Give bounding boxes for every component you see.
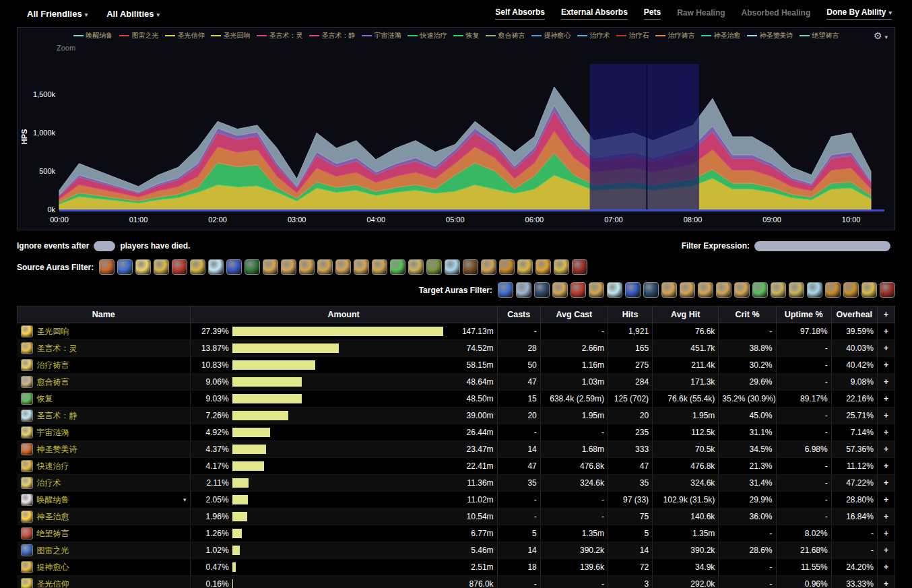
expand-row-button[interactable]: +	[877, 407, 894, 424]
legend-item[interactable]: 治疗术	[577, 31, 610, 40]
aura-filter-icon[interactable]	[172, 259, 187, 275]
aura-filter-icon[interactable]	[281, 259, 296, 275]
aura-filter-icon[interactable]	[571, 282, 586, 298]
expand-row-button[interactable]: +	[877, 323, 894, 340]
column-header-crit[interactable]: Crit %	[719, 306, 776, 323]
aura-filter-icon[interactable]	[135, 259, 151, 275]
aura-filter-icon[interactable]	[317, 259, 333, 275]
aura-filter-icon[interactable]	[498, 282, 513, 298]
legend-item[interactable]: 神圣赞美诗	[747, 31, 793, 40]
name-cell[interactable]: 治疗术	[18, 475, 191, 492]
aura-filter-icon[interactable]	[463, 259, 478, 275]
aura-filter-icon[interactable]	[880, 282, 895, 298]
legend-item[interactable]: 绝望祷言	[800, 31, 839, 40]
aura-filter-icon[interactable]	[534, 282, 550, 298]
aura-filter-icon[interactable]	[408, 259, 424, 275]
tab-external-absorbs[interactable]: External Absorbs	[561, 7, 628, 20]
aura-filter-icon[interactable]	[843, 282, 859, 298]
legend-item[interactable]: 圣光回响	[211, 31, 251, 40]
legend-item[interactable]: 唤醒纳鲁	[73, 31, 113, 40]
aura-filter-icon[interactable]	[680, 282, 695, 298]
name-cell[interactable]: 绝望祷言	[18, 525, 191, 542]
expand-row-button[interactable]: +	[877, 559, 894, 576]
aura-filter-icon[interactable]	[698, 282, 713, 298]
aura-filter-icon[interactable]	[390, 259, 405, 275]
name-cell[interactable]: 圣言术：灵	[18, 340, 191, 357]
name-cell[interactable]: 恢复	[18, 391, 191, 407]
aura-filter-icon[interactable]	[335, 259, 351, 275]
aura-filter-icon[interactable]	[226, 259, 242, 275]
name-cell[interactable]: 愈合祷言	[18, 374, 191, 391]
aura-filter-icon[interactable]	[299, 259, 315, 275]
aura-filter-icon[interactable]	[734, 282, 750, 298]
legend-item[interactable]: 圣言术：灵	[257, 31, 303, 40]
tab-pets[interactable]: Pets	[644, 7, 661, 20]
aura-filter-icon[interactable]	[372, 259, 387, 275]
expand-row-button[interactable]: +	[877, 542, 894, 559]
tab-absorbed-healing[interactable]: Absorbed Healing	[742, 8, 811, 20]
name-cell[interactable]: 神圣治愈	[18, 509, 191, 525]
aura-filter-icon[interactable]	[825, 282, 841, 298]
aura-filter-icon[interactable]	[99, 259, 115, 275]
aura-filter-icon[interactable]	[516, 282, 531, 298]
legend-item[interactable]: 圣言术：静	[309, 31, 356, 40]
expand-row-button[interactable]: +	[877, 576, 894, 588]
expand-row-button[interactable]: +	[877, 340, 894, 357]
column-header-casts[interactable]: Casts	[497, 306, 540, 323]
column-header-[interactable]: +	[877, 306, 894, 323]
aura-filter-icon[interactable]	[807, 282, 822, 298]
column-header-name[interactable]: Name	[18, 306, 191, 323]
column-header-hits[interactable]: Hits	[608, 306, 652, 323]
expand-row-button[interactable]: +	[877, 458, 894, 475]
name-cell[interactable]: 圣光信仰	[18, 576, 191, 588]
legend-item[interactable]: 图雷之光	[119, 31, 159, 40]
expand-row-button[interactable]: +	[877, 357, 894, 374]
column-header-avg-hit[interactable]: Avg Hit	[653, 306, 719, 323]
legend-item[interactable]: 圣光信仰	[165, 31, 205, 40]
expand-row-button[interactable]: +	[877, 441, 894, 458]
aura-filter-icon[interactable]	[861, 282, 877, 298]
aura-filter-icon[interactable]	[607, 282, 622, 298]
column-header-avg-cast[interactable]: Avg Cast	[540, 306, 608, 323]
aura-filter-icon[interactable]	[661, 282, 677, 298]
chevron-down-icon[interactable]: ▾	[183, 496, 187, 503]
legend-item[interactable]: 恢复	[453, 31, 480, 40]
filter-expression-input[interactable]	[754, 241, 890, 251]
name-cell[interactable]: 提神愈心	[18, 559, 191, 576]
expand-row-button[interactable]: +	[877, 475, 894, 492]
aura-filter-icon[interactable]	[208, 259, 224, 275]
aura-filter-icon[interactable]	[154, 259, 169, 275]
aura-filter-icon[interactable]	[752, 282, 768, 298]
aura-filter-icon[interactable]	[554, 259, 569, 275]
name-cell[interactable]: 宇宙涟漪	[18, 424, 191, 441]
aura-filter-icon[interactable]	[572, 259, 587, 275]
column-header-amount[interactable]: Amount	[190, 306, 497, 323]
legend-item[interactable]: 治疗祷言	[655, 31, 695, 40]
chart-selection[interactable]	[590, 64, 699, 209]
aura-filter-icon[interactable]	[643, 282, 659, 298]
hps-chart[interactable]: 0k500k1,000k1,500kHPS00:0001:0002:0003:0…	[18, 40, 894, 230]
legend-item[interactable]: 宇宙涟漪	[362, 31, 401, 40]
aura-filter-icon[interactable]	[445, 259, 460, 275]
tab-raw-healing[interactable]: Raw Healing	[677, 8, 725, 20]
aura-filter-icon[interactable]	[263, 259, 278, 275]
expand-row-button[interactable]: +	[877, 374, 894, 391]
legend-item[interactable]: 快速治疗	[408, 31, 447, 40]
column-header-uptime[interactable]: Uptime %	[776, 306, 831, 323]
aura-filter-icon[interactable]	[354, 259, 369, 275]
column-header-overheal[interactable]: Overheal	[831, 306, 877, 323]
expand-row-button[interactable]: +	[877, 525, 894, 542]
name-cell[interactable]: 神圣赞美诗	[18, 441, 191, 458]
expand-row-button[interactable]: +	[877, 509, 894, 525]
aura-filter-icon[interactable]	[716, 282, 731, 298]
aura-filter-icon[interactable]	[771, 282, 786, 298]
legend-item[interactable]: 提神愈心	[531, 31, 571, 40]
aura-filter-icon[interactable]	[517, 259, 533, 275]
name-cell[interactable]: 治疗祷言	[18, 357, 191, 374]
expand-row-button[interactable]: +	[877, 391, 894, 407]
name-cell[interactable]: 圣光回响	[18, 323, 191, 340]
legend-item[interactable]: 治疗石	[616, 31, 649, 40]
legend-item[interactable]: 愈合祷言	[486, 31, 525, 40]
expand-row-button[interactable]: +	[877, 424, 894, 441]
aura-filter-icon[interactable]	[789, 282, 804, 298]
